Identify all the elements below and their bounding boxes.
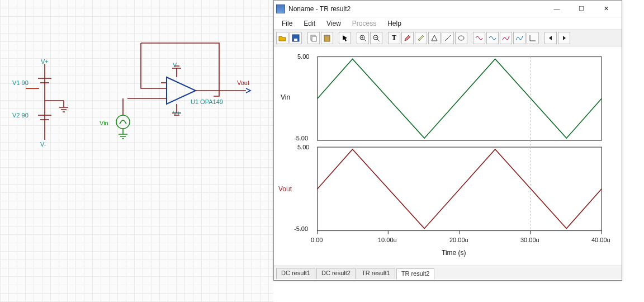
label-v1: V1 90 <box>12 79 29 86</box>
x-tick-4: 40.00u <box>591 237 610 243</box>
menu-process[interactable]: Process <box>347 18 382 29</box>
x-tick-0: 0.00 <box>311 237 323 243</box>
menu-help[interactable]: Help <box>382 18 407 29</box>
tab-dc-result1[interactable]: DC result1 <box>276 268 315 279</box>
label-amp-vminus: V- <box>173 62 178 68</box>
curve2-icon[interactable] <box>513 32 525 44</box>
result-window: Noname - TR result2 — ☐ ✕ File Edit View… <box>273 0 622 281</box>
paste-icon[interactable] <box>321 32 333 44</box>
y2-tick-bot: -5.00 <box>294 225 308 232</box>
label-vplus-supply: V+ <box>41 58 49 65</box>
x-tick-3: 30.00u <box>520 237 539 243</box>
folder-open-icon[interactable] <box>276 32 288 44</box>
label-opamp: U1 OPA149 <box>191 98 223 105</box>
curve1-icon[interactable] <box>500 32 512 44</box>
save-icon[interactable] <box>290 32 302 44</box>
cursor-icon[interactable] <box>339 32 351 44</box>
label-vin-src: Vin <box>100 120 108 126</box>
menu-file[interactable]: File <box>276 18 298 29</box>
svg-rect-4 <box>312 36 316 41</box>
svg-rect-2 <box>294 39 297 41</box>
tab-dc-result2[interactable]: DC result2 <box>316 268 356 279</box>
y1-tick-bot: -5.00 <box>294 135 308 141</box>
copy-icon[interactable] <box>307 32 320 44</box>
menubar: File Edit View Process Help <box>274 17 622 30</box>
wave1-icon[interactable] <box>473 32 485 44</box>
tabs-bar: DC result1 DC result2 TR result1 TR resu… <box>274 266 622 279</box>
nav-next-icon[interactable] <box>558 32 570 44</box>
line-icon[interactable] <box>442 32 454 44</box>
zoom-out-icon[interactable] <box>370 32 382 44</box>
y2-label: Vout <box>278 185 292 193</box>
menu-edit[interactable]: Edit <box>298 18 321 29</box>
svg-point-0 <box>116 115 130 129</box>
x-tick-2: 20.00u <box>449 237 468 243</box>
angle-icon[interactable] <box>527 32 539 44</box>
toolbar: T <box>274 30 622 46</box>
tab-tr-result1[interactable]: TR result1 <box>357 268 395 279</box>
y1-tick-top: 5.00 <box>297 53 309 60</box>
schematic-canvas[interactable]: V+ V1 90 V2 90 V- V- V+ U1 OPA149 Vin Vo… <box>0 0 273 302</box>
plot-area[interactable]: 5.00 -5.00 Vin 5.00 -5.00 Vout 0.00 10.0… <box>274 46 622 266</box>
tab-tr-result2[interactable]: TR result2 <box>396 268 435 280</box>
menu-view[interactable]: View <box>321 18 347 29</box>
shape-icon[interactable] <box>428 32 441 44</box>
x-axis-label: Time (s) <box>442 249 466 257</box>
svg-point-9 <box>458 36 464 40</box>
ellipse-icon[interactable] <box>455 32 467 44</box>
y1-label: Vin <box>281 93 290 101</box>
titlebar[interactable]: Noname - TR result2 — ☐ ✕ <box>274 1 622 17</box>
nav-prev-icon[interactable] <box>544 32 557 44</box>
zoom-in-icon[interactable] <box>357 32 369 44</box>
app-icon <box>276 4 285 13</box>
text-tool-icon[interactable]: T <box>388 32 400 44</box>
ruler-icon[interactable] <box>415 32 427 44</box>
pencil-icon[interactable] <box>401 32 414 44</box>
label-amp-vplus: V+ <box>173 110 181 116</box>
window-close-button[interactable]: ✕ <box>594 1 618 17</box>
x-tick-1: 10.00u <box>378 237 397 243</box>
label-v2: V2 90 <box>12 112 29 119</box>
window-title: Noname - TR result2 <box>288 5 351 13</box>
y2-tick-top: 5.00 <box>297 144 309 150</box>
window-minimize-button[interactable]: — <box>544 1 569 17</box>
label-vout: Vout <box>237 79 249 86</box>
wave2-icon[interactable] <box>486 32 499 44</box>
window-maximize-button[interactable]: ☐ <box>569 1 594 17</box>
svg-rect-6 <box>326 35 328 36</box>
label-vminus-supply: V- <box>40 141 46 148</box>
